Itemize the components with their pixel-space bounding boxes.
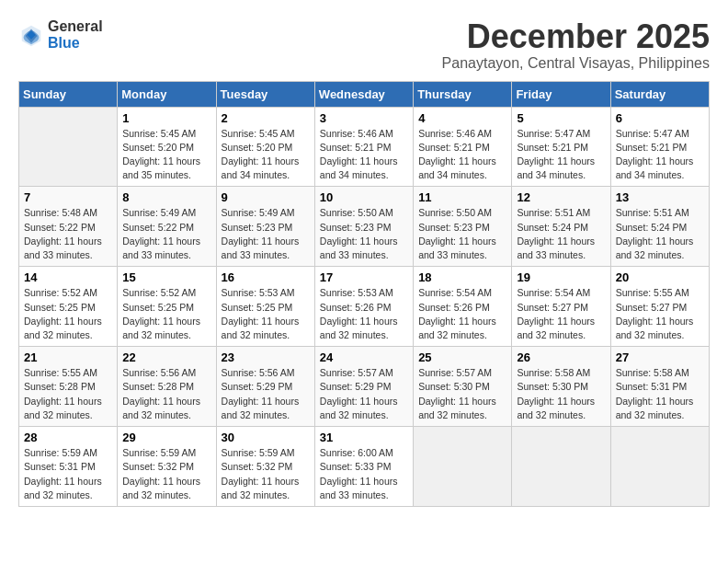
calendar-cell: 3Sunrise: 5:46 AMSunset: 5:21 PMDaylight… [314,107,413,187]
calendar-cell: 30Sunrise: 5:59 AMSunset: 5:32 PMDayligh… [216,427,314,507]
calendar-cell: 25Sunrise: 5:57 AMSunset: 5:30 PMDayligh… [414,347,512,427]
calendar-cell: 22Sunrise: 5:56 AMSunset: 5:28 PMDayligh… [118,347,216,427]
day-number: 24 [320,350,408,364]
calendar-cell [414,427,512,507]
day-info: Sunrise: 5:47 AMSunset: 5:21 PMDaylight:… [517,127,605,183]
weekday-header-sunday: Sunday [19,81,118,107]
day-number: 8 [122,190,210,204]
calendar-cell: 14Sunrise: 5:52 AMSunset: 5:25 PMDayligh… [19,267,118,347]
day-number: 1 [122,111,210,125]
calendar-cell: 16Sunrise: 5:53 AMSunset: 5:25 PMDayligh… [216,267,314,347]
weekday-header-thursday: Thursday [414,81,512,107]
page-header: General Blue December 2025 Panaytayon, C… [18,18,710,72]
calendar-week-row: 28Sunrise: 5:59 AMSunset: 5:31 PMDayligh… [19,427,710,507]
calendar-week-row: 21Sunrise: 5:55 AMSunset: 5:28 PMDayligh… [19,347,710,427]
calendar-title-section: December 2025 Panaytayon, Central Visaya… [442,18,710,72]
calendar-cell: 6Sunrise: 5:47 AMSunset: 5:21 PMDaylight… [610,107,709,187]
day-number: 31 [320,431,408,444]
day-number: 16 [222,270,310,284]
day-number: 23 [222,350,310,364]
day-info: Sunrise: 5:57 AMSunset: 5:30 PMDaylight:… [418,366,506,422]
calendar-cell: 31Sunrise: 6:00 AMSunset: 5:33 PMDayligh… [314,427,413,507]
calendar-cell [19,107,118,187]
day-number: 11 [418,190,506,204]
day-info: Sunrise: 5:45 AMSunset: 5:20 PMDaylight:… [122,127,210,183]
calendar-cell: 26Sunrise: 5:58 AMSunset: 5:30 PMDayligh… [512,347,610,427]
calendar-table: SundayMondayTuesdayWednesdayThursdayFrid… [18,81,710,507]
day-number: 20 [616,270,704,284]
logo: General Blue [18,18,103,51]
day-info: Sunrise: 6:00 AMSunset: 5:33 PMDaylight:… [320,446,408,502]
day-info: Sunrise: 5:49 AMSunset: 5:23 PMDaylight:… [222,206,310,262]
calendar-cell: 12Sunrise: 5:51 AMSunset: 5:24 PMDayligh… [512,187,610,267]
day-info: Sunrise: 5:53 AMSunset: 5:25 PMDaylight:… [222,286,310,342]
day-info: Sunrise: 5:54 AMSunset: 5:26 PMDaylight:… [418,286,506,342]
day-info: Sunrise: 5:55 AMSunset: 5:28 PMDaylight:… [24,366,112,422]
calendar-week-row: 1Sunrise: 5:45 AMSunset: 5:20 PMDaylight… [19,107,710,187]
day-number: 25 [418,350,506,364]
day-info: Sunrise: 5:58 AMSunset: 5:30 PMDaylight:… [517,366,605,422]
weekday-header-saturday: Saturday [610,81,709,107]
day-number: 18 [418,270,506,284]
calendar-cell: 8Sunrise: 5:49 AMSunset: 5:22 PMDaylight… [118,187,216,267]
day-info: Sunrise: 5:53 AMSunset: 5:26 PMDaylight:… [320,286,408,342]
day-info: Sunrise: 5:46 AMSunset: 5:21 PMDaylight:… [418,127,506,183]
calendar-cell: 1Sunrise: 5:45 AMSunset: 5:20 PMDaylight… [118,107,216,187]
calendar-cell: 17Sunrise: 5:53 AMSunset: 5:26 PMDayligh… [314,267,413,347]
logo-general-text: General [48,18,103,35]
logo-blue-text: Blue [48,35,103,52]
day-number: 12 [517,190,605,204]
day-number: 17 [320,270,408,284]
calendar-cell: 29Sunrise: 5:59 AMSunset: 5:32 PMDayligh… [118,427,216,507]
calendar-cell: 11Sunrise: 5:50 AMSunset: 5:23 PMDayligh… [414,187,512,267]
weekday-header-friday: Friday [512,81,610,107]
day-info: Sunrise: 5:56 AMSunset: 5:29 PMDaylight:… [222,366,310,422]
day-number: 29 [122,431,210,444]
day-number: 28 [24,431,112,444]
day-number: 15 [122,270,210,284]
day-number: 19 [517,270,605,284]
day-number: 30 [222,431,310,444]
day-info: Sunrise: 5:52 AMSunset: 5:25 PMDaylight:… [24,286,112,342]
day-info: Sunrise: 5:49 AMSunset: 5:22 PMDaylight:… [122,206,210,262]
day-info: Sunrise: 5:50 AMSunset: 5:23 PMDaylight:… [320,206,408,262]
day-number: 13 [616,190,704,204]
calendar-cell: 4Sunrise: 5:46 AMSunset: 5:21 PMDaylight… [414,107,512,187]
weekday-header-row: SundayMondayTuesdayWednesdayThursdayFrid… [19,81,710,107]
day-info: Sunrise: 5:48 AMSunset: 5:22 PMDaylight:… [24,206,112,262]
day-info: Sunrise: 5:59 AMSunset: 5:31 PMDaylight:… [24,446,112,502]
calendar-cell: 18Sunrise: 5:54 AMSunset: 5:26 PMDayligh… [414,267,512,347]
calendar-cell: 23Sunrise: 5:56 AMSunset: 5:29 PMDayligh… [216,347,314,427]
logo-text: General Blue [48,18,103,51]
calendar-cell: 21Sunrise: 5:55 AMSunset: 5:28 PMDayligh… [19,347,118,427]
day-info: Sunrise: 5:59 AMSunset: 5:32 PMDaylight:… [222,446,310,502]
day-number: 22 [122,350,210,364]
calendar-cell: 15Sunrise: 5:52 AMSunset: 5:25 PMDayligh… [118,267,216,347]
calendar-cell: 28Sunrise: 5:59 AMSunset: 5:31 PMDayligh… [19,427,118,507]
calendar-cell: 24Sunrise: 5:57 AMSunset: 5:29 PMDayligh… [314,347,413,427]
day-info: Sunrise: 5:52 AMSunset: 5:25 PMDaylight:… [122,286,210,342]
day-number: 27 [616,350,704,364]
calendar-cell: 10Sunrise: 5:50 AMSunset: 5:23 PMDayligh… [314,187,413,267]
calendar-cell [610,427,709,507]
calendar-cell: 9Sunrise: 5:49 AMSunset: 5:23 PMDaylight… [216,187,314,267]
calendar-cell: 19Sunrise: 5:54 AMSunset: 5:27 PMDayligh… [512,267,610,347]
calendar-cell: 2Sunrise: 5:45 AMSunset: 5:20 PMDaylight… [216,107,314,187]
day-number: 10 [320,190,408,204]
day-info: Sunrise: 5:59 AMSunset: 5:32 PMDaylight:… [122,446,210,502]
weekday-header-monday: Monday [118,81,216,107]
day-number: 3 [320,111,408,125]
day-number: 14 [24,270,112,284]
day-info: Sunrise: 5:51 AMSunset: 5:24 PMDaylight:… [517,206,605,262]
day-number: 2 [222,111,310,125]
day-info: Sunrise: 5:54 AMSunset: 5:27 PMDaylight:… [517,286,605,342]
day-number: 7 [24,190,112,204]
calendar-cell: 7Sunrise: 5:48 AMSunset: 5:22 PMDaylight… [19,187,118,267]
calendar-cell: 27Sunrise: 5:58 AMSunset: 5:31 PMDayligh… [610,347,709,427]
day-info: Sunrise: 5:46 AMSunset: 5:21 PMDaylight:… [320,127,408,183]
calendar-cell: 20Sunrise: 5:55 AMSunset: 5:27 PMDayligh… [610,267,709,347]
day-number: 21 [24,350,112,364]
day-info: Sunrise: 5:47 AMSunset: 5:21 PMDaylight:… [616,127,704,183]
calendar-week-row: 7Sunrise: 5:48 AMSunset: 5:22 PMDaylight… [19,187,710,267]
day-info: Sunrise: 5:56 AMSunset: 5:28 PMDaylight:… [122,366,210,422]
